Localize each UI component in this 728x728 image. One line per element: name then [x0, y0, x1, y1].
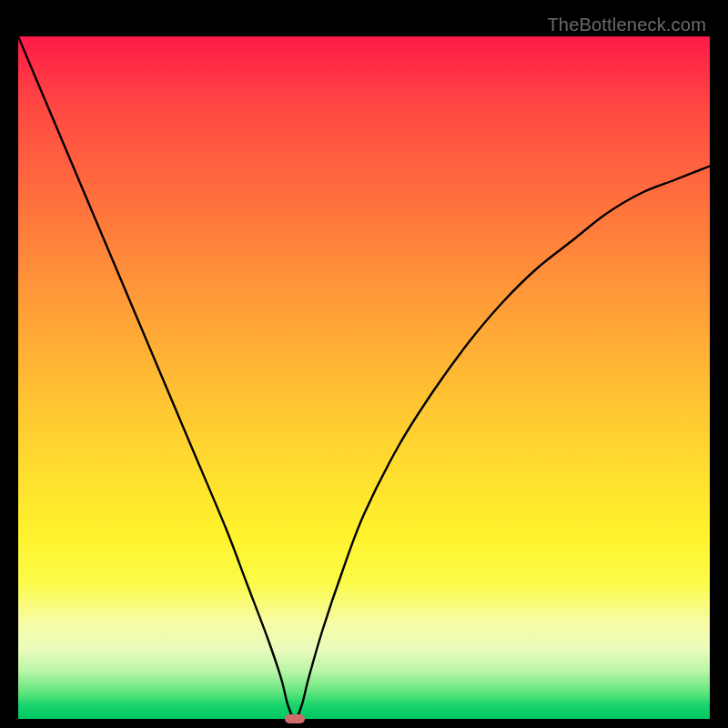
- watermark-text: TheBottleneck.com: [547, 15, 706, 35]
- bottleneck-curve: [18, 36, 710, 719]
- chart-frame: TheBottleneck.com: [9, 9, 719, 719]
- minimum-marker: [285, 714, 305, 723]
- plot-area: [18, 36, 710, 719]
